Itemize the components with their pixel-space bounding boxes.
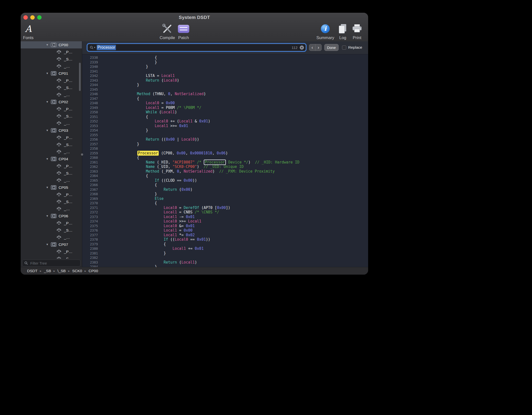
disclosure-triangle-icon[interactable]: ▼ [45, 41, 49, 48]
code-line[interactable]: 2378 If ((Local0 == 0x01)) [82, 237, 368, 242]
code-line[interactable]: 2374 Local0 >>= Local1 [82, 219, 368, 224]
code-line[interactable]: 2368 } [82, 192, 368, 196]
filter-tree-input[interactable] [30, 261, 78, 266]
breadcrumb-item[interactable]: _SB [44, 269, 51, 273]
tree-item-method[interactable]: _… [21, 148, 82, 155]
code-line[interactable]: 2382 [82, 255, 368, 260]
code-line[interactable]: 2369 Else [82, 196, 368, 201]
code-line[interactable]: 2342 LSTA = Local1 [82, 74, 368, 78]
titlebar[interactable]: System DSDT A Fonts Compile Patch i Summ… [21, 13, 368, 42]
breadcrumb-item[interactable]: CP00 [89, 269, 98, 273]
code-line[interactable]: 2367 Return (0x00) [82, 187, 368, 192]
code-line[interactable]: 2355 [82, 133, 368, 137]
tree-item-scope[interactable]: ▼ CP02 [21, 98, 82, 105]
code-line[interactable]: 2363 Method (_PXM, 0, NotSerialized) // … [82, 169, 368, 174]
breadcrumb-item[interactable]: SCK0 [72, 269, 82, 273]
code-line[interactable]: 2339 } [82, 60, 368, 65]
tree-item-scope[interactable]: ▼ CP03 [21, 127, 82, 134]
code-line[interactable]: 2351 { [82, 115, 368, 119]
tree-item-method[interactable]: _S… [21, 56, 82, 63]
code-line[interactable]: 2353 Local1 >>= 0x01 [82, 124, 368, 128]
clear-search-icon[interactable]: × [300, 45, 304, 50]
find-next-button[interactable]: › [315, 44, 322, 51]
code-line[interactable]: 2358 [82, 146, 368, 151]
code-line[interactable]: 2344 } [82, 83, 368, 87]
tree-item-method[interactable]: _P… [21, 134, 82, 141]
find-previous-button[interactable]: ‹ [309, 44, 315, 51]
sidebar-scrollbar-thumb[interactable] [79, 63, 81, 91]
search-input[interactable]: ▾ Processor 112 × [87, 44, 306, 51]
tree-item-method[interactable]: _… [21, 91, 82, 98]
tree-item-method[interactable]: _… [21, 63, 82, 70]
tree-item-method[interactable]: _S… [21, 84, 82, 91]
tree-item-method[interactable]: _P… [21, 77, 82, 84]
code-line[interactable]: 2348 Local0 = 0x00 [82, 101, 368, 105]
code-line[interactable]: 2364 { [82, 174, 368, 178]
code-line[interactable]: 2341 [82, 69, 368, 74]
disclosure-triangle-icon[interactable]: ▼ [45, 127, 49, 134]
code-line[interactable]: 2350 While (Local1) [82, 110, 368, 115]
tree-item-method[interactable]: _P… [21, 105, 82, 113]
code-line[interactable]: 2354 } [82, 128, 368, 133]
code-line[interactable]: 2383 Return (Local1) [82, 260, 368, 265]
code-line[interactable]: 2359 Processor (CP00, 0x00, 0x00001810, … [82, 151, 368, 156]
code-line[interactable]: 2372 Local1 = CNBS /* \CNBS */ [82, 210, 368, 215]
tree-item-method[interactable]: _P… [21, 248, 82, 255]
fonts-toolbar-button[interactable]: A Fonts [21, 23, 35, 40]
code-line[interactable]: 2370 { [82, 201, 368, 206]
code-line[interactable]: 2371 Local0 = DerefOf (APT0 [0x00]) [82, 206, 368, 210]
disclosure-triangle-icon[interactable]: ▼ [45, 212, 49, 220]
filter-field[interactable] [22, 260, 80, 267]
code-line[interactable]: 2346 Method (THNU, 0, NotSerialized) [82, 92, 368, 96]
tree-item-method[interactable]: _S… [21, 113, 82, 120]
disclosure-triangle-icon[interactable]: ▼ [45, 184, 49, 191]
code-line[interactable]: 2357 } [82, 142, 368, 147]
summary-toolbar-button[interactable]: i Summary [316, 23, 335, 40]
tree-item-method[interactable]: _S… [21, 141, 82, 148]
code-line[interactable]: 2380 Local1 += 0x01 [82, 246, 368, 251]
tree-item-scope[interactable]: ▼ CP06 [21, 212, 82, 220]
code-line[interactable]: 2361 Name (_HID, "ACPI0007" /* Processor… [82, 160, 368, 165]
code-line[interactable]: 2338 { [82, 55, 368, 60]
tree-item-method[interactable]: _… [21, 120, 82, 127]
code-line[interactable]: 2366 { [82, 183, 368, 187]
search-menu-icon[interactable]: ▾ [90, 46, 95, 49]
tree-item-scope[interactable]: ▼ CP01 [21, 70, 82, 77]
tree-item-method[interactable]: _… [21, 177, 82, 184]
code-line[interactable]: 2377 Local1 *= 0x02 [82, 233, 368, 237]
disclosure-triangle-icon[interactable]: ▼ [45, 155, 49, 163]
splitter-handle[interactable] [81, 153, 83, 156]
code-line[interactable]: 2375 Local0 &= 0x01 [82, 224, 368, 228]
tree-item-scope[interactable]: ▼ CP07 [21, 241, 82, 248]
code-line[interactable]: 2356 Return ((0x00 | Local0)) [82, 137, 368, 142]
code-line[interactable]: 2381 } [82, 251, 368, 256]
breadcrumb-item[interactable]: DSDT [27, 269, 37, 273]
tree-item-method[interactable]: _S… [21, 170, 82, 177]
breadcrumb-item[interactable]: \_SB [58, 269, 66, 273]
compile-toolbar-button[interactable]: Compile [157, 23, 177, 40]
code-line[interactable]: 2360 { [82, 155, 368, 160]
code-line[interactable]: 2373 Local1 -= 0x01 [82, 215, 368, 219]
code-line[interactable]: 2376 Local1 = 0x00 [82, 228, 368, 233]
tree-item-method[interactable]: _… [21, 205, 82, 212]
code-line[interactable]: 2343 Return (Local0) [82, 78, 368, 83]
print-toolbar-button[interactable]: Print [350, 23, 364, 40]
code-line[interactable]: 2352 Local0 += (Local1 & 0x01) [82, 119, 368, 124]
code-line[interactable]: 2340 } [82, 64, 368, 69]
tree-item-method[interactable]: _S… [21, 198, 82, 205]
code-line[interactable]: 2347 { [82, 96, 368, 101]
tree-item-method[interactable]: _… [21, 234, 82, 241]
tree-item-scope[interactable]: ▼ CP04 [21, 155, 82, 163]
tree-item-method[interactable]: _P… [21, 191, 82, 198]
code-editor[interactable]: 2338 { 2339 } 2340 } 2341 2342 LSTA = Lo… [82, 54, 368, 267]
replace-label[interactable]: Replace [348, 45, 362, 50]
disclosure-triangle-icon[interactable]: ▼ [45, 98, 49, 105]
tree-item-scope[interactable]: ▼ CP00 [21, 41, 82, 48]
code-line[interactable]: 2379 { [82, 242, 368, 247]
disclosure-triangle-icon[interactable]: ▼ [45, 241, 49, 248]
tree-item-method[interactable]: _P… [21, 220, 82, 227]
code-line[interactable]: 2345 [82, 87, 368, 92]
code-line[interactable]: 2349 Local1 = P0BM /* \P0BM */ [82, 105, 368, 110]
done-button[interactable]: Done [324, 44, 339, 51]
replace-checkbox[interactable] [342, 45, 346, 50]
